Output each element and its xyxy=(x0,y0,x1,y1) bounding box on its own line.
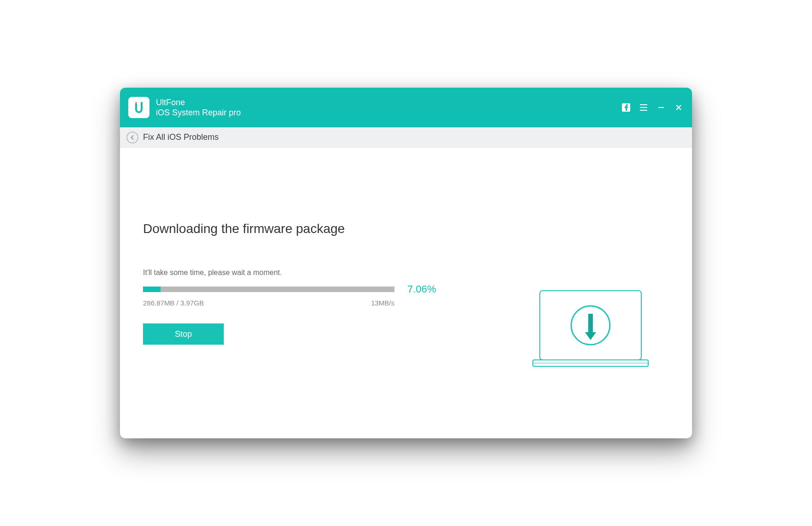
progress-meta: 286.87MB / 3.97GB 13MB/s xyxy=(143,299,394,307)
breadcrumb: Fix All iOS Problems xyxy=(120,127,692,148)
wait-message: It'll take some time, please wait a mome… xyxy=(143,269,512,277)
breadcrumb-title: Fix All iOS Problems xyxy=(143,132,219,142)
progress-bar xyxy=(143,287,394,292)
facebook-icon[interactable] xyxy=(621,102,631,113)
brand-name: UltFone xyxy=(156,97,241,108)
app-logo xyxy=(128,97,149,118)
svg-marker-14 xyxy=(585,332,596,340)
close-button[interactable] xyxy=(674,102,684,113)
svg-point-0 xyxy=(135,102,137,104)
download-speed: 13MB/s xyxy=(371,299,394,307)
back-button[interactable] xyxy=(126,132,138,143)
brand-subtitle: iOS System Repair pro xyxy=(156,108,241,118)
stop-button[interactable]: Stop xyxy=(143,323,224,345)
progress-row: 7.06% xyxy=(143,283,512,295)
content-area: Downloading the firmware package It'll t… xyxy=(120,148,692,438)
titlebar: UltFone iOS System Repair pro xyxy=(120,88,692,127)
app-window: UltFone iOS System Repair pro Fix All iO… xyxy=(120,88,692,438)
svg-point-1 xyxy=(141,102,143,104)
menu-icon[interactable] xyxy=(639,102,649,113)
titlebar-actions xyxy=(621,102,684,113)
brand-text: UltFone iOS System Repair pro xyxy=(156,97,241,118)
minimize-button[interactable] xyxy=(656,102,666,113)
download-panel: Downloading the firmware package It'll t… xyxy=(143,148,512,438)
laptop-download-icon xyxy=(531,288,651,371)
progress-percent: 7.06% xyxy=(407,283,436,295)
page-heading: Downloading the firmware package xyxy=(143,221,512,236)
downloaded-size: 286.87MB / 3.97GB xyxy=(143,299,204,307)
illustration-panel xyxy=(512,148,669,438)
progress-fill xyxy=(143,287,161,292)
